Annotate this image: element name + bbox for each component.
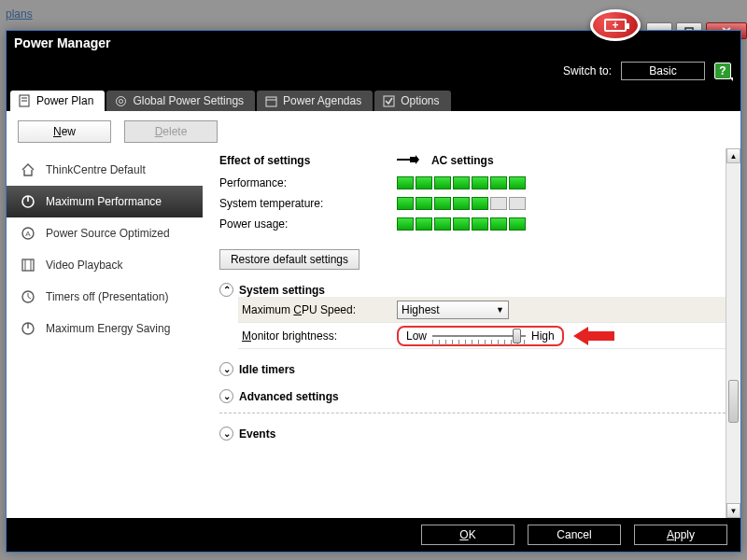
- apply-button[interactable]: Apply: [634, 525, 727, 545]
- section-idle-timers[interactable]: ⌄ Idle timers: [219, 362, 735, 376]
- svg-rect-16: [22, 259, 34, 271]
- svg-marker-24: [573, 327, 614, 345]
- tab-bar: Power Plan Global Power Settings Power A…: [7, 87, 740, 111]
- section-advanced-settings[interactable]: ⌄ Advanced settings: [219, 389, 735, 403]
- cpu-speed-value: Highest: [402, 303, 440, 316]
- clock-off-icon: [20, 288, 36, 305]
- delete-button: Delete: [124, 120, 218, 143]
- effect-label: Power usage:: [219, 217, 397, 231]
- dialog-title: Power Manager: [14, 35, 110, 50]
- plan-label: Maximum Performance: [46, 195, 162, 208]
- brightness-label: Monitor brightness:: [238, 329, 397, 343]
- plan-label: Power Source Optimized: [46, 227, 170, 240]
- red-arrow-icon: [573, 327, 614, 345]
- tab-label: Options: [401, 94, 439, 107]
- setting-max-cpu-speed: Maximum CPU Speed: Highest ▼: [238, 297, 735, 323]
- cancel-button[interactable]: Cancel: [528, 525, 621, 545]
- tab-global-power-settings[interactable]: Global Power Settings: [106, 91, 255, 111]
- tab-power-plan[interactable]: Power Plan: [10, 91, 105, 111]
- effects-header: Effect of settings: [219, 154, 397, 167]
- svg-point-8: [119, 99, 122, 103]
- expand-icon: ⌄: [219, 389, 233, 403]
- effect-power-usage-row: Power usage:: [219, 217, 735, 231]
- effect-label: System temperature:: [219, 197, 397, 210]
- switch-basic-button[interactable]: Basic: [621, 62, 705, 80]
- plan-label: ThinkCentre Default: [46, 163, 146, 176]
- vertical-scrollbar[interactable]: ▲ ▼: [726, 148, 740, 518]
- ok-button[interactable]: OK: [421, 525, 514, 545]
- checkbox-icon: [382, 94, 395, 107]
- plan-label: Timers off (Presentation): [46, 290, 168, 303]
- section-system-settings[interactable]: ⌃ System settings: [219, 283, 735, 297]
- brightness-low-label: Low: [406, 329, 427, 343]
- scroll-up-button[interactable]: ▲: [726, 148, 740, 163]
- film-icon: [20, 257, 36, 273]
- power-plan-list: ThinkCentre Default Maximum Performance …: [7, 148, 203, 518]
- gear-icon: [114, 94, 127, 107]
- switch-to-label: Switch to:: [563, 64, 612, 77]
- power-manager-dialog: Power Manager Switch to: Basic ? Power P…: [6, 30, 741, 553]
- expand-icon: ⌄: [219, 362, 233, 376]
- plan-maximum-energy-saving[interactable]: Maximum Energy Saving: [7, 313, 203, 344]
- battery-badge-icon: +: [590, 9, 641, 41]
- help-icon[interactable]: ?: [714, 63, 731, 79]
- brightness-high-label: High: [531, 329, 555, 343]
- auto-icon: A: [20, 225, 36, 242]
- plan-timers-off[interactable]: Timers off (Presentation): [7, 281, 203, 313]
- main-panel: Effect of settings AC settings Performan…: [203, 148, 740, 518]
- dialog-footer: OK Cancel Apply: [7, 518, 740, 552]
- switch-bar: Switch to: Basic ?: [7, 55, 740, 87]
- ac-settings-header: AC settings: [397, 154, 494, 167]
- plan-label: Maximum Energy Saving: [46, 322, 170, 335]
- section-title: Idle timers: [239, 363, 295, 376]
- plug-icon: [397, 155, 423, 164]
- cpu-speed-dropdown[interactable]: Highest ▼: [397, 301, 509, 319]
- plan-video-playback[interactable]: Video Playback: [7, 249, 203, 281]
- brightness-highlight: Low High: [397, 326, 564, 346]
- plan-label: Video Playback: [46, 259, 123, 272]
- plan-power-source-optimized[interactable]: A Power Source Optimized: [7, 217, 203, 249]
- scroll-down-button[interactable]: ▼: [726, 503, 740, 518]
- chevron-down-icon: ▼: [496, 305, 504, 315]
- collapse-icon: ⌃: [219, 283, 233, 297]
- scroll-thumb[interactable]: [728, 380, 739, 423]
- svg-line-21: [28, 297, 31, 299]
- temperature-bars: [397, 197, 526, 210]
- setting-monitor-brightness: Monitor brightness: Low High: [238, 323, 735, 349]
- restore-label: Restore default settings: [231, 253, 348, 266]
- tab-options[interactable]: Options: [374, 91, 450, 111]
- svg-point-7: [116, 96, 125, 105]
- effect-temperature-row: System temperature:: [219, 197, 735, 210]
- power-usage-bars: [397, 217, 526, 231]
- tab-label: Power Plan: [36, 94, 93, 107]
- svg-text:A: A: [25, 230, 31, 238]
- calendar-icon: [264, 94, 277, 107]
- expand-icon: ⌄: [219, 427, 233, 441]
- svg-rect-9: [266, 97, 276, 106]
- section-title: Events: [239, 427, 275, 441]
- switch-basic-label: Basic: [649, 64, 676, 77]
- new-button[interactable]: New: [18, 120, 111, 143]
- plan-thinkcentre-default[interactable]: ThinkCentre Default: [7, 154, 203, 186]
- tab-label: Power Agendas: [283, 94, 361, 107]
- brightness-slider[interactable]: [432, 332, 526, 340]
- plan-maximum-performance[interactable]: Maximum Performance: [7, 186, 203, 217]
- section-title: Advanced settings: [239, 390, 339, 403]
- help-glyph: ?: [719, 64, 726, 77]
- cpu-speed-label: Maximum CPU Speed:: [238, 303, 397, 316]
- power-icon: [20, 193, 36, 210]
- document-icon: [18, 94, 31, 107]
- slider-thumb[interactable]: [513, 329, 521, 343]
- tab-label: Global Power Settings: [133, 94, 244, 107]
- tab-power-agendas[interactable]: Power Agendas: [257, 91, 373, 111]
- section-events[interactable]: ⌄ Events: [219, 427, 735, 441]
- effect-performance-row: Performance:: [219, 176, 735, 189]
- effect-label: Performance:: [219, 176, 397, 189]
- performance-bars: [397, 176, 526, 189]
- power-icon: [20, 320, 36, 337]
- home-icon: [20, 161, 36, 178]
- section-title: System settings: [239, 284, 325, 297]
- restore-defaults-button[interactable]: Restore default settings: [219, 249, 359, 270]
